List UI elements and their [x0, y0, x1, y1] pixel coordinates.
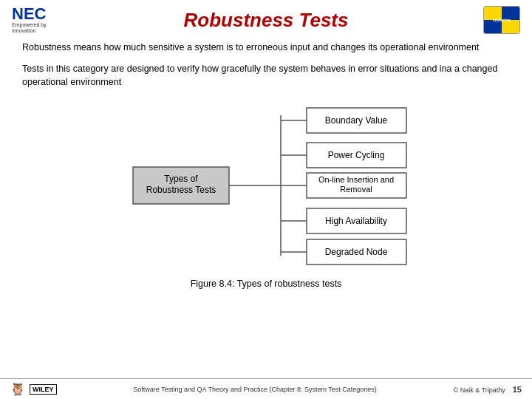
- paragraph-1: Robustness means how much sensitive a sy…: [22, 41, 510, 55]
- label-power-cycling: Power Cycling: [328, 150, 385, 160]
- nec-logo-text: NEC: [12, 6, 46, 22]
- center-box-line2: Robustness Tests: [146, 185, 216, 195]
- svg-text:Waterloo: Waterloo: [493, 18, 511, 22]
- wiley-text: WILEY: [30, 384, 57, 395]
- label-degraded-node: Degraded Node: [325, 247, 388, 257]
- footer-center-text: Software Testing and QA Theory and Pract…: [133, 386, 377, 393]
- nec-logo-sub: Empowered by Innovation: [12, 22, 64, 35]
- waterloo-crest-img: Waterloo: [483, 6, 520, 34]
- waterloo-logo: Waterloo: [468, 6, 520, 34]
- header: NEC Empowered by Innovation Robustness T…: [0, 0, 532, 38]
- footer-logo: 🦉 WILEY: [10, 382, 57, 396]
- copyright-text: © Naik & Tripathy: [454, 386, 505, 394]
- page-number: 15: [513, 385, 522, 394]
- center-box-line1: Types of: [164, 174, 198, 184]
- label-online-insertion-2: Removal: [340, 185, 372, 194]
- figure-caption: Figure 8.4: Types of robustness tests: [0, 279, 532, 289]
- diagram-area: Types of Robustness Tests Boundary Value…: [0, 97, 532, 274]
- label-online-insertion-1: On-line Insertion and: [318, 175, 394, 184]
- paragraph-2: Tests in this category are designed to v…: [22, 62, 510, 90]
- main-content: Robustness means how much sensitive a sy…: [0, 38, 532, 89]
- page-title: Robustness Tests: [64, 9, 468, 32]
- label-high-availability: High Availability: [325, 216, 387, 226]
- nec-logo: NEC Empowered by Innovation: [12, 6, 64, 35]
- diagram-svg: Types of Robustness Tests Boundary Value…: [111, 97, 421, 274]
- footer-right: © Naik & Tripathy 15: [454, 385, 522, 394]
- footer: 🦉 WILEY Software Testing and QA Theory a…: [0, 378, 532, 399]
- wiley-owl-icon: 🦉: [10, 382, 25, 396]
- label-boundary-value: Boundary Value: [325, 115, 388, 126]
